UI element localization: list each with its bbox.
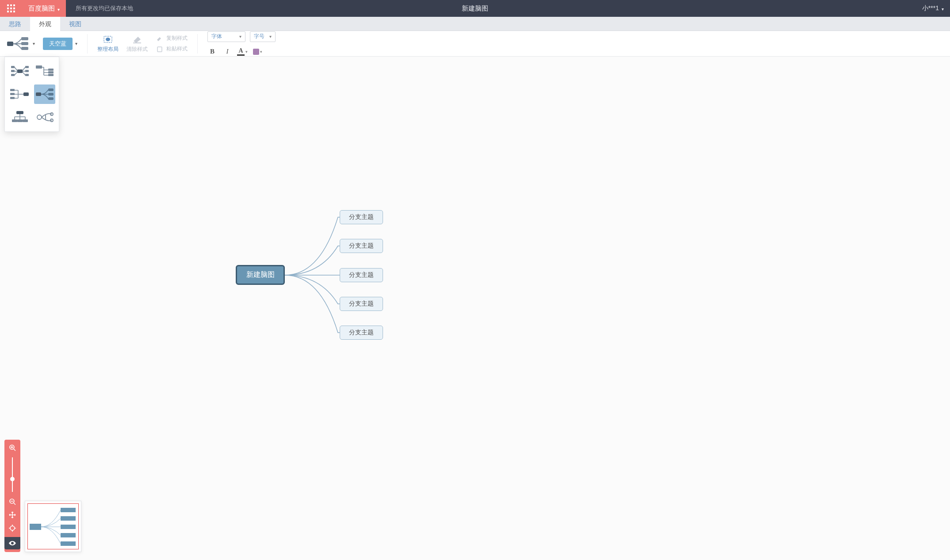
zoom-thumb[interactable]	[10, 477, 15, 481]
svg-rect-3	[7, 8, 9, 9]
pan-button[interactable]	[6, 510, 19, 520]
svg-rect-8	[13, 11, 15, 12]
layout-option-logic-right[interactable]	[34, 84, 55, 104]
fill-icon	[253, 49, 259, 55]
svg-point-14	[106, 38, 110, 41]
mindmap-child-node[interactable]: 分支主题	[340, 326, 383, 340]
svg-point-40	[37, 115, 42, 119]
svg-rect-0	[7, 4, 9, 6]
chevron-down-icon	[57, 5, 60, 12]
svg-rect-21	[25, 66, 29, 68]
layout-option-fishbone[interactable]	[34, 107, 55, 127]
document-title[interactable]: 新建脑图	[462, 4, 488, 13]
font-size-select[interactable]: 字号	[250, 31, 276, 42]
clear-style-label: 清除样式	[126, 46, 148, 53]
svg-rect-48	[61, 516, 76, 521]
app-name-label: 百度脑图	[28, 4, 55, 13]
user-menu-button[interactable]: 小***1	[916, 4, 950, 12]
svg-rect-11	[21, 42, 28, 45]
svg-rect-9	[7, 42, 13, 46]
separator	[197, 34, 198, 54]
layout-dropdown-panel	[4, 57, 59, 132]
paste-style-button[interactable]: 粘贴样式	[156, 45, 188, 53]
svg-rect-10	[21, 37, 28, 40]
svg-rect-39	[23, 119, 28, 122]
layout-option-bidirectional[interactable]	[9, 61, 31, 81]
svg-rect-15	[133, 42, 141, 43]
mindmap-child-node[interactable]: 分支主题	[340, 210, 383, 224]
layout-option-org-down[interactable]	[9, 107, 31, 127]
zoom-panel	[4, 440, 20, 552]
locate-button[interactable]	[6, 523, 19, 533]
clear-style-button[interactable]: 清除样式	[126, 34, 148, 53]
mindmap-root-node[interactable]: 新建脑图	[236, 265, 285, 285]
svg-rect-6	[7, 11, 9, 12]
theme-label: 天空蓝	[43, 38, 73, 50]
svg-rect-27	[48, 74, 54, 76]
tab-view[interactable]: 视图	[60, 17, 90, 31]
chevron-down-icon: ▾	[75, 41, 77, 46]
svg-rect-2	[13, 4, 15, 6]
minimap-viewport[interactable]	[27, 503, 79, 549]
svg-rect-12	[21, 47, 28, 50]
svg-rect-20	[11, 74, 15, 76]
paste-icon	[156, 45, 164, 53]
mindmap-child-node[interactable]: 分支主题	[340, 297, 383, 311]
svg-rect-32	[36, 92, 41, 96]
zoom-slider[interactable]	[12, 457, 13, 492]
apps-grid-button[interactable]	[0, 0, 22, 17]
svg-rect-5	[13, 8, 15, 9]
arrange-layout-button[interactable]: 整理布局	[97, 34, 119, 53]
svg-rect-24	[36, 65, 42, 69]
svg-rect-33	[48, 88, 54, 91]
svg-rect-47	[61, 508, 76, 512]
svg-rect-16	[157, 47, 162, 52]
font-color-button[interactable]: A▾	[238, 47, 247, 56]
copy-style-button[interactable]: 复制样式	[156, 35, 188, 42]
mindmap-child-node[interactable]: 分支主题	[340, 239, 383, 253]
app-menu-button[interactable]: 百度脑图	[22, 0, 66, 17]
chevron-down-icon	[239, 34, 241, 39]
toolbar-appearance: ▾ 天空蓝 ▾ 整理布局 清除样式 复制样式 粘贴样式 字体	[0, 31, 950, 57]
minimap-toggle-button[interactable]	[4, 537, 20, 549]
arrange-label: 整理布局	[97, 46, 119, 53]
chevron-down-icon	[269, 34, 272, 39]
svg-rect-51	[61, 541, 76, 546]
layout-option-tree-right[interactable]	[34, 61, 55, 81]
svg-rect-1	[10, 4, 12, 6]
minimap[interactable]	[25, 501, 81, 552]
svg-rect-18	[11, 66, 15, 68]
zoom-in-button[interactable]	[6, 442, 19, 453]
svg-rect-19	[11, 70, 15, 72]
zoom-out-button[interactable]	[6, 496, 19, 507]
svg-point-45	[10, 526, 15, 530]
svg-rect-17	[17, 69, 23, 73]
background-color-button[interactable]: ▾	[253, 47, 262, 56]
tab-idea[interactable]: 思路	[0, 17, 30, 31]
chevron-down-icon	[942, 5, 944, 12]
tab-bar: 思路 外观 视图	[0, 17, 950, 31]
italic-button[interactable]: I	[222, 47, 232, 56]
brush-icon	[156, 35, 164, 42]
layout-picker-button[interactable]: ▾	[6, 35, 35, 52]
tab-appearance[interactable]: 外观	[30, 17, 60, 31]
bold-button[interactable]: B	[207, 47, 217, 56]
svg-rect-35	[48, 97, 54, 100]
svg-rect-50	[61, 533, 76, 537]
svg-rect-36	[16, 111, 23, 114]
layout-option-logic-left[interactable]	[9, 84, 31, 104]
save-status-label: 所有更改均已保存本地	[66, 4, 143, 12]
theme-picker-button[interactable]: 天空蓝 ▾	[43, 38, 77, 50]
eraser-icon	[131, 34, 143, 45]
svg-rect-38	[17, 119, 23, 122]
chevron-down-icon: ▾	[33, 41, 35, 46]
svg-rect-7	[10, 11, 12, 12]
font-family-select[interactable]: 字体	[207, 31, 245, 42]
svg-rect-29	[10, 89, 15, 91]
size-label: 字号	[254, 33, 264, 40]
separator	[87, 34, 88, 54]
svg-rect-26	[48, 71, 54, 73]
mindmap-canvas[interactable]: 新建脑图 分支主题 分支主题 分支主题 分支主题 分支主题	[0, 57, 950, 560]
svg-rect-25	[48, 69, 54, 71]
mindmap-child-node[interactable]: 分支主题	[340, 268, 383, 282]
